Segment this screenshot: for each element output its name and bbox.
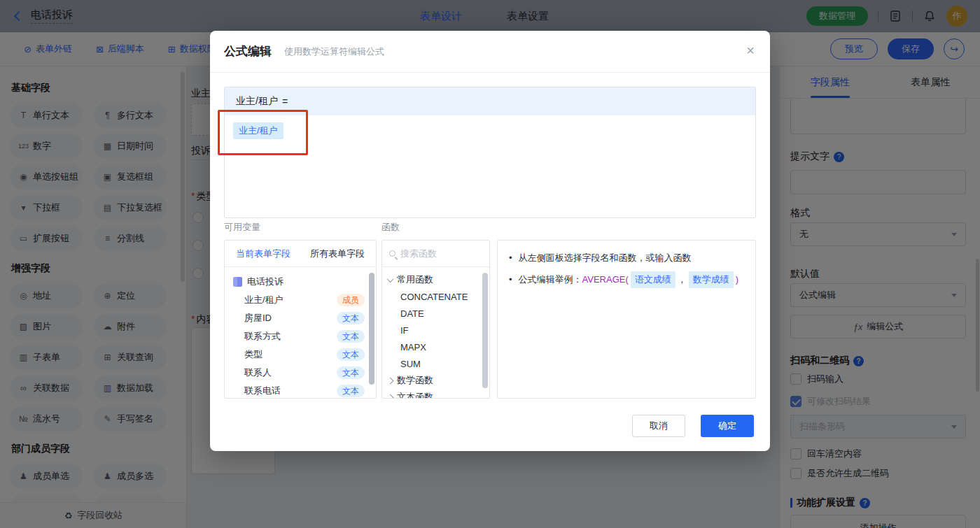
type-badge: 文本 — [337, 312, 365, 324]
function-item[interactable]: MAPX — [382, 338, 489, 355]
function-group-text[interactable]: 文本函数 — [382, 389, 489, 399]
bullet: • — [509, 272, 512, 287]
function-item[interactable]: CONCATENATE — [382, 288, 489, 305]
tab-all-form-fields[interactable]: 所有表单字段 — [310, 248, 365, 260]
variable-row[interactable]: 联系人文本 — [225, 364, 376, 382]
help-line-1: • 从左侧面板选择字段名和函数，或输入函数 — [509, 250, 744, 266]
example-function-close: ) — [736, 272, 738, 287]
chevron-down-icon — [387, 276, 394, 283]
formula-field-chip[interactable]: 业主/租户 — [233, 122, 284, 139]
variables-tabs: 当前表单字段 所有表单字段 — [225, 241, 376, 267]
bullet: • — [509, 250, 512, 266]
help-line-2: • 公式编辑举例： AVERAGE( 语文成绩 ， 数学成绩 ) — [509, 271, 744, 288]
search-placeholder: 搜索函数 — [400, 248, 437, 260]
confirm-button[interactable]: 确定 — [701, 415, 754, 437]
type-badge: 文本 — [337, 348, 365, 361]
functions-list: 常用函数 CONCATENATE DATE IF MAPX SUM 数学函数 文… — [382, 267, 489, 399]
function-item[interactable]: DATE — [382, 305, 489, 322]
example-function-open: AVERAGE( — [582, 272, 629, 287]
tab-current-form-fields[interactable]: 当前表单字段 — [236, 248, 290, 260]
variable-form-name: 电话投诉 — [247, 276, 284, 288]
variables-label: 可用变量 — [224, 221, 260, 234]
cancel-button[interactable]: 取消 — [632, 415, 685, 437]
functions-label: 函数 — [382, 221, 400, 234]
variable-form-row[interactable]: 电话投诉 — [225, 273, 376, 291]
help-panel: • 从左侧面板选择字段名和函数，或输入函数 • 公式编辑举例： AVERAGE(… — [497, 240, 756, 399]
modal-footer: 取消 确定 — [632, 415, 754, 437]
variable-row[interactable]: 类型文本 — [225, 345, 376, 364]
variable-row[interactable]: 联系方式文本 — [225, 327, 376, 345]
formula-input-area[interactable]: 业主/租户 — [225, 115, 755, 218]
modal-header: 公式编辑 使用数学运算符编辑公式 × — [210, 31, 770, 73]
variable-row[interactable]: 业主/租户成员 — [225, 291, 376, 309]
type-badge: 成员 — [337, 294, 365, 306]
chevron-right-icon — [387, 394, 394, 399]
modal-subtitle: 使用数学运算符编辑公式 — [284, 45, 384, 58]
formula-target-bar: 业主/租户 = — [225, 87, 755, 115]
function-group-math[interactable]: 数学函数 — [382, 372, 489, 389]
equals-sign: = — [282, 96, 288, 107]
function-item[interactable]: IF — [382, 322, 489, 338]
form-doc-icon — [233, 277, 242, 287]
modal-title: 公式编辑 — [224, 43, 272, 59]
close-icon[interactable]: × — [746, 43, 755, 57]
variables-scrollbar[interactable] — [369, 273, 374, 385]
functions-panel: 搜索函数 常用函数 CONCATENATE DATE IF MAPX SUM 数… — [382, 240, 490, 399]
functions-scrollbar[interactable] — [482, 273, 488, 388]
formula-editor: 业主/租户 = 业主/租户 — [224, 87, 756, 218]
function-group-common[interactable]: 常用函数 — [382, 271, 489, 288]
variable-row[interactable]: 房屋ID文本 — [225, 309, 376, 327]
variables-panel: 当前表单字段 所有表单字段 电话投诉 业主/租户成员 房屋ID文本 联系方式文本… — [224, 240, 377, 399]
example-chip-2: 数学成绩 — [689, 271, 734, 288]
type-badge: 文本 — [337, 385, 365, 397]
variable-row[interactable]: 联系电话文本 — [225, 382, 376, 399]
variables-list: 电话投诉 业主/租户成员 房屋ID文本 联系方式文本 类型文本 联系人文本 联系… — [225, 267, 376, 399]
function-search[interactable]: 搜索函数 — [382, 241, 489, 267]
type-badge: 文本 — [337, 330, 365, 343]
search-icon — [389, 250, 396, 257]
type-badge: 文本 — [337, 366, 365, 379]
formula-edit-modal: 公式编辑 使用数学运算符编辑公式 × 业主/租户 = 业主/租户 可用变量 函数… — [210, 31, 770, 451]
formula-target: 业主/租户 — [236, 95, 278, 108]
chevron-right-icon — [387, 377, 394, 384]
function-item[interactable]: SUM — [382, 355, 489, 372]
example-comma: ， — [678, 272, 687, 287]
example-chip-1: 语文成绩 — [631, 271, 676, 288]
